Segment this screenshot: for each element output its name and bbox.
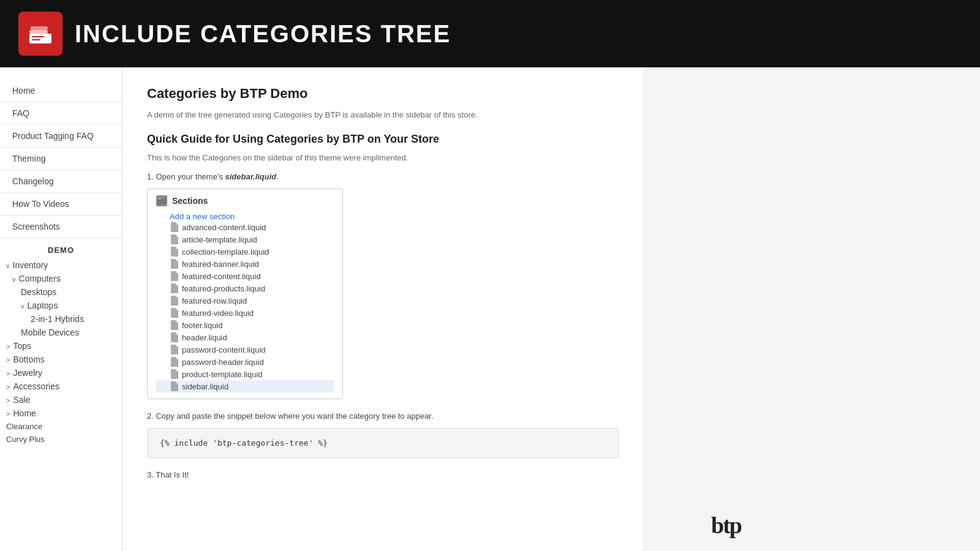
- content-title: Categories by BTP Demo: [147, 86, 619, 102]
- file-password-header-liquid[interactable]: password-header.liquid: [156, 356, 334, 368]
- content-description: A demo of the tree generated using Categ…: [147, 110, 619, 119]
- file-footer-liquid[interactable]: footer.liquid: [156, 319, 334, 331]
- sidebar-flat: ClearanceCurvy Plus: [0, 420, 122, 446]
- demo-section-label: DEMO: [0, 238, 122, 258]
- sidebar-flat-clearance[interactable]: Clearance: [0, 420, 122, 433]
- tree-item-2-in-1-hybrids[interactable]: 2-in-1 Hybrids: [0, 312, 122, 326]
- file-product-template-liquid[interactable]: product-template.liquid: [156, 368, 334, 380]
- file-article-template-liquid[interactable]: article-template.liquid: [156, 233, 334, 246]
- step3-text: 3. That Is It!: [147, 470, 619, 479]
- file-header-liquid[interactable]: header.liquid: [156, 331, 334, 343]
- page-header: INCLUDE CATEGORIES TREE: [0, 0, 980, 67]
- svg-rect-3: [32, 36, 44, 37]
- file-tree-widget: Sections Add a new section advanced-cont…: [147, 189, 343, 399]
- svg-rect-0: [31, 26, 48, 30]
- sidebar-item-theming[interactable]: Theming: [0, 148, 122, 170]
- step2-text: 2. Copy and paste the snippet below wher…: [147, 411, 619, 421]
- file-sidebar-liquid[interactable]: sidebar.liquid: [156, 380, 334, 392]
- tree-item-home[interactable]: > Home: [0, 407, 122, 420]
- file-featured-row-liquid[interactable]: featured-row.liquid: [156, 294, 334, 307]
- sidebar-item-how-to-videos[interactable]: How To Videos: [0, 193, 122, 216]
- svg-rect-1: [29, 30, 48, 34]
- tree-item-jewelry[interactable]: > Jewelry: [0, 366, 122, 380]
- add-new-section-link[interactable]: Add a new section: [156, 212, 235, 221]
- svg-rect-2: [29, 34, 51, 43]
- folder-icon: [156, 195, 167, 206]
- tree-item-laptops[interactable]: v Laptops: [0, 299, 122, 312]
- file-tree-header: Sections: [156, 195, 334, 206]
- file-password-content-liquid[interactable]: password-content.liquid: [156, 343, 334, 356]
- sidebar-item-changelog[interactable]: Changelog: [0, 170, 122, 193]
- content-area: Categories by BTP Demo A demo of the tre…: [123, 67, 643, 551]
- tree-item-computers[interactable]: v Computers: [0, 272, 122, 285]
- tree-item-sale[interactable]: > Sale: [0, 393, 122, 407]
- step1-text: 1. Open your theme's sidebar.liquid.: [147, 172, 619, 181]
- sidebar-nav: HomeFAQProduct Tagging FAQThemingChangel…: [0, 80, 122, 238]
- file-list: advanced-content.liquidarticle-template.…: [156, 221, 334, 392]
- file-collection-template-liquid[interactable]: collection-template.liquid: [156, 246, 334, 258]
- svg-rect-4: [32, 39, 40, 40]
- sidebar-item-home[interactable]: Home: [0, 80, 122, 102]
- file-featured-products-liquid[interactable]: featured-products.liquid: [156, 282, 334, 294]
- file-advanced-content-liquid[interactable]: advanced-content.liquid: [156, 221, 334, 233]
- sidebar-item-screenshots[interactable]: Screenshots: [0, 216, 122, 238]
- code-snippet: {% include 'btp-categories-tree' %}: [147, 428, 619, 458]
- file-featured-banner-liquid[interactable]: featured-banner.liquid: [156, 258, 334, 270]
- file-featured-video-liquid[interactable]: featured-video.liquid: [156, 307, 334, 319]
- sidebar-item-faq[interactable]: FAQ: [0, 102, 122, 125]
- page-title: INCLUDE CATEGORIES TREE: [75, 20, 451, 48]
- svg-rect-6: [157, 197, 161, 200]
- file-featured-content-liquid[interactable]: featured-content.liquid: [156, 270, 334, 282]
- main-layout: HomeFAQProduct Tagging FAQThemingChangel…: [0, 67, 980, 551]
- tree-item-tops[interactable]: > Tops: [0, 339, 122, 353]
- tree-item-mobile-devices[interactable]: Mobile Devices: [0, 326, 122, 339]
- tree-item-accessories[interactable]: > Accessories: [0, 380, 122, 393]
- content-note: This is how the Categories on the sideba…: [147, 153, 619, 162]
- sidebar-tree: v Inventoryv ComputersDesktopsv Laptops2…: [0, 258, 122, 420]
- tree-item-desktops[interactable]: Desktops: [0, 285, 122, 299]
- sidebar-item-product-tagging-faq[interactable]: Product Tagging FAQ: [0, 125, 122, 148]
- right-gutter: btp: [643, 67, 753, 551]
- document-stack-icon: [27, 20, 54, 47]
- tree-item-bottoms[interactable]: > Bottoms: [0, 353, 122, 366]
- content-subtitle: Quick Guide for Using Categories by BTP …: [147, 133, 619, 146]
- header-icon: [18, 12, 62, 56]
- tree-item-inventory[interactable]: v Inventory: [0, 258, 122, 272]
- sidebar: HomeFAQProduct Tagging FAQThemingChangel…: [0, 67, 123, 551]
- btp-logo: btp: [711, 512, 741, 539]
- sidebar-flat-curvy-plus[interactable]: Curvy Plus: [0, 433, 122, 446]
